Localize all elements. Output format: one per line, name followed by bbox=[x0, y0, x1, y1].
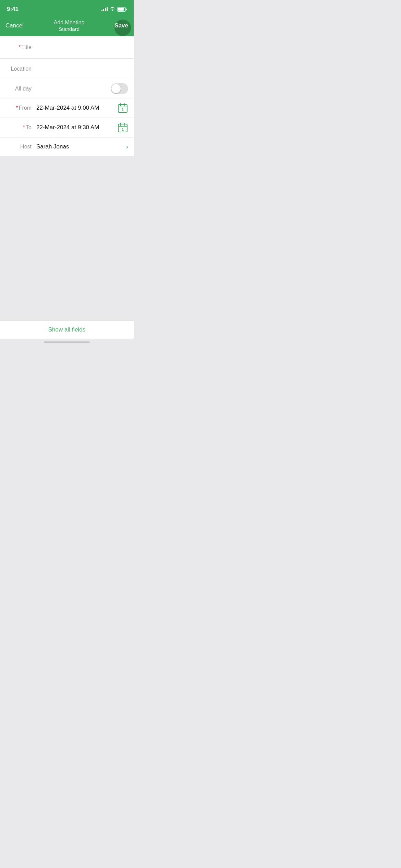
to-value[interactable]: 22-Mar-2024 at 9:30 AM bbox=[36, 124, 117, 131]
location-row: Location bbox=[0, 59, 134, 79]
to-row: *To 22-Mar-2024 at 9:30 AM 1 bbox=[0, 118, 134, 137]
to-required-star: * bbox=[23, 124, 25, 130]
battery-icon bbox=[117, 7, 127, 12]
svg-text:1: 1 bbox=[122, 108, 124, 112]
all-day-toggle[interactable] bbox=[111, 83, 128, 94]
wifi-icon bbox=[110, 7, 115, 12]
save-button-wrapper: Save bbox=[114, 22, 128, 29]
to-calendar-icon[interactable]: 1 bbox=[117, 122, 128, 133]
nav-bar: Cancel Add Meeting Standard Save bbox=[0, 17, 134, 36]
status-icons bbox=[101, 7, 127, 12]
host-value[interactable]: Sarah Jonas bbox=[36, 143, 126, 150]
from-value[interactable]: 22-Mar-2024 at 9:00 AM bbox=[36, 105, 117, 111]
home-indicator bbox=[0, 339, 134, 350]
from-label: *From bbox=[5, 105, 36, 111]
status-bar: 9:41 bbox=[0, 0, 134, 17]
home-bar bbox=[44, 341, 90, 343]
location-input[interactable] bbox=[36, 66, 128, 72]
from-calendar-icon[interactable]: 1 bbox=[117, 103, 128, 113]
nav-subtitle: Standard bbox=[54, 26, 85, 32]
nav-title-block: Add Meeting Standard bbox=[54, 19, 85, 32]
bottom-bar: Show all fields bbox=[0, 321, 134, 339]
svg-text:1: 1 bbox=[122, 127, 124, 131]
from-row: *From 22-Mar-2024 at 9:00 AM 1 bbox=[0, 98, 134, 118]
status-time: 9:41 bbox=[7, 6, 19, 13]
nav-title: Add Meeting bbox=[54, 19, 85, 26]
signal-icon bbox=[101, 7, 108, 11]
title-required-star: * bbox=[19, 44, 21, 50]
show-all-fields-button[interactable]: Show all fields bbox=[48, 326, 86, 333]
gray-area bbox=[0, 156, 134, 321]
location-label: Location bbox=[5, 66, 36, 72]
all-day-row: All day bbox=[0, 79, 134, 98]
host-label: Host bbox=[5, 144, 36, 150]
save-button[interactable]: Save bbox=[114, 22, 128, 29]
form-container: *Title Location All day *From 22-Mar-202… bbox=[0, 36, 134, 156]
all-day-label: All day bbox=[5, 86, 36, 92]
host-row: Host Sarah Jonas › bbox=[0, 137, 134, 156]
from-required-star: * bbox=[16, 105, 18, 111]
host-chevron-icon: › bbox=[126, 143, 128, 150]
to-label: *To bbox=[5, 124, 36, 131]
cancel-button[interactable]: Cancel bbox=[5, 22, 24, 29]
toggle-thumb bbox=[111, 84, 121, 93]
title-input[interactable] bbox=[36, 44, 128, 50]
title-label: *Title bbox=[5, 44, 36, 50]
title-row: *Title bbox=[0, 36, 134, 59]
